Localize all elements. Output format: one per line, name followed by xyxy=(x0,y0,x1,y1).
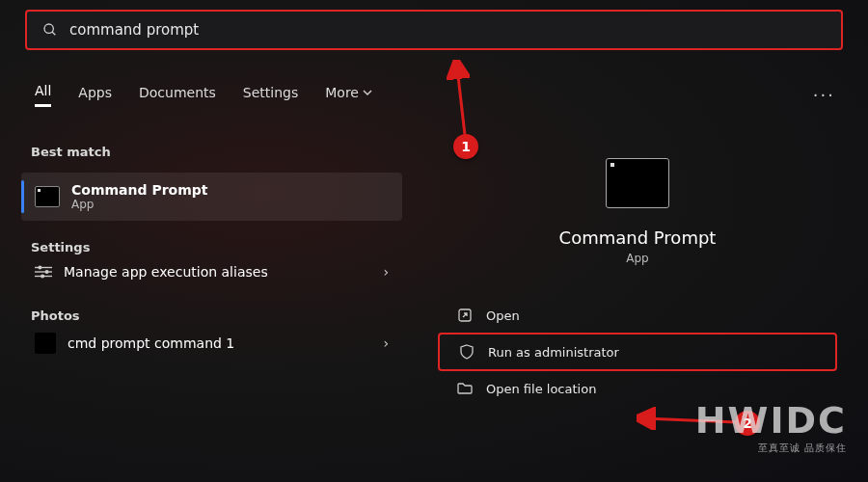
search-tabs: All Apps Documents Settings More xyxy=(35,83,372,107)
terminal-icon xyxy=(35,186,60,207)
annotation-callout-1: 1 xyxy=(453,134,478,159)
result-text: Manage app execution aliases xyxy=(64,264,371,280)
results-pane: Best match Command Prompt App Settings M… xyxy=(21,145,402,363)
svg-point-0 xyxy=(44,24,53,33)
shield-icon xyxy=(459,344,475,360)
best-match-label: Best match xyxy=(21,145,402,159)
open-icon xyxy=(457,308,473,323)
tab-all[interactable]: All xyxy=(35,83,51,107)
tab-more-label: More xyxy=(325,85,359,100)
result-command-prompt[interactable]: Command Prompt App xyxy=(21,173,402,221)
chevron-down-icon xyxy=(363,88,372,97)
chevron-right-icon: › xyxy=(383,335,389,351)
result-title: Manage app execution aliases xyxy=(64,264,371,280)
tab-documents[interactable]: Documents xyxy=(139,85,216,106)
tab-settings[interactable]: Settings xyxy=(243,85,298,106)
tab-apps[interactable]: Apps xyxy=(78,85,112,106)
watermark-sub: 至真至诚 品质保住 xyxy=(758,442,847,455)
photos-label: Photos xyxy=(21,308,402,323)
preview-subtitle: App xyxy=(626,252,648,265)
action-open-label: Open xyxy=(486,308,520,323)
preview-pane: Command Prompt App Open Run as administr… xyxy=(438,145,837,406)
search-bar[interactable] xyxy=(25,10,843,50)
action-open-location-label: Open file location xyxy=(486,382,596,396)
svg-point-3 xyxy=(39,266,41,269)
svg-point-7 xyxy=(41,275,44,278)
preview-title: Command Prompt xyxy=(559,228,717,248)
result-title: cmd prompt command 1 xyxy=(68,335,371,351)
action-open[interactable]: Open xyxy=(438,298,837,333)
chevron-right-icon: › xyxy=(383,264,389,280)
search-icon xyxy=(42,22,58,38)
svg-line-9 xyxy=(457,67,465,135)
action-run-admin-label: Run as administrator xyxy=(488,345,619,360)
tab-more[interactable]: More xyxy=(325,85,372,106)
watermark: HWIDC xyxy=(695,399,847,442)
preview-actions: Open Run as administrator Open file loca… xyxy=(438,298,837,406)
sliders-icon xyxy=(35,264,52,280)
folder-icon xyxy=(457,381,473,396)
svg-line-1 xyxy=(52,32,55,35)
settings-label: Settings xyxy=(21,240,402,254)
result-text: Command Prompt App xyxy=(71,182,389,211)
result-subtitle: App xyxy=(71,198,389,211)
more-options-button[interactable]: ··· xyxy=(813,85,835,105)
result-title: Command Prompt xyxy=(71,182,389,198)
result-manage-aliases[interactable]: Manage app execution aliases › xyxy=(21,254,402,289)
photo-thumb-icon xyxy=(35,333,56,354)
preview-terminal-icon xyxy=(606,158,669,208)
action-run-as-administrator[interactable]: Run as administrator xyxy=(438,333,837,371)
result-photo-cmd[interactable]: cmd prompt command 1 › xyxy=(21,323,402,363)
result-text: cmd prompt command 1 xyxy=(68,335,371,351)
search-input[interactable] xyxy=(69,21,826,39)
svg-point-5 xyxy=(45,271,48,274)
